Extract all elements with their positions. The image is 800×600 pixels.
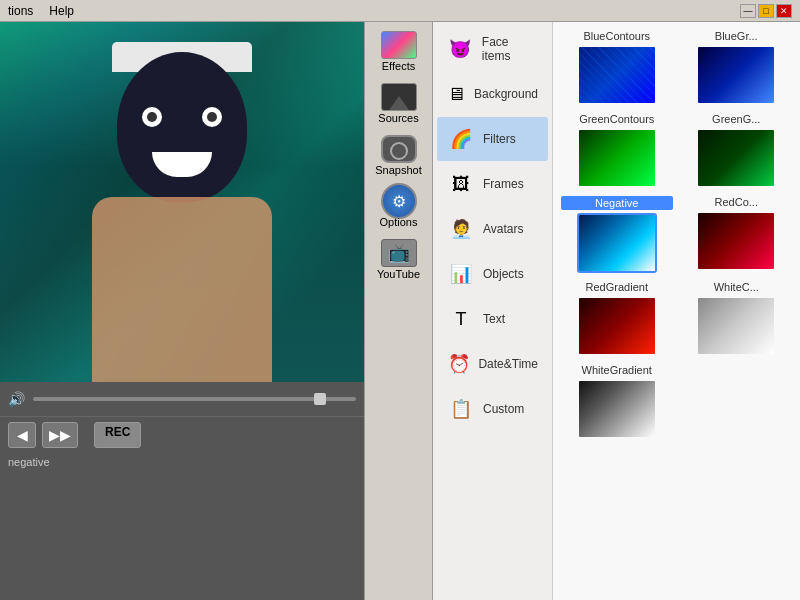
- menu-help[interactable]: Help: [49, 4, 74, 18]
- effect-thumb-red-gradient: [577, 296, 657, 356]
- effect-thumb-img-blue-contours: [579, 47, 655, 103]
- effect-label-white-gradient: WhiteGradient: [582, 364, 652, 376]
- rewind-button[interactable]: ◀: [8, 422, 36, 448]
- category-icon-filters: 🌈: [447, 125, 475, 153]
- youtube-label: YouTube: [377, 268, 420, 280]
- toolbar-effects-button[interactable]: Effects: [369, 26, 429, 76]
- main-content: 🔊 ◀ ▶▶ REC negative Eff: [0, 22, 800, 600]
- video-person-shape: [72, 42, 292, 382]
- effects-icon: [381, 30, 417, 60]
- record-button[interactable]: REC: [94, 422, 141, 448]
- categories-panel: 😈 Face items 🖥 Background 🌈 Filters 🖼 Fr…: [433, 22, 553, 600]
- category-icon-avatars: 🧑‍💼: [447, 215, 475, 243]
- menu-options[interactable]: tions: [8, 4, 33, 18]
- person-mouth: [152, 152, 212, 177]
- effect-thumb-white-gradient: [577, 379, 657, 439]
- category-label-filters: Filters: [483, 132, 516, 146]
- status-bar: negative: [0, 452, 364, 600]
- effects-icon-img: [381, 31, 417, 59]
- category-icon-background: 🖥: [447, 80, 466, 108]
- video-panel: 🔊 ◀ ▶▶ REC negative: [0, 22, 365, 600]
- effects-label: Effects: [382, 60, 415, 72]
- effects-panel: BlueContours BlueGr... GreenContours Gre…: [553, 22, 800, 600]
- effect-label-negative: Negative: [561, 196, 673, 210]
- effect-thumb-img-red-gradient: [579, 298, 655, 354]
- category-item-face-items[interactable]: 😈 Face items: [437, 27, 548, 71]
- effect-label-red-gradient: RedGradient: [586, 281, 648, 293]
- category-label-datetime: Date&Time: [478, 357, 538, 371]
- volume-icon: 🔊: [8, 391, 25, 407]
- effect-thumb-red-co: [696, 211, 776, 271]
- effect-item-red-co[interactable]: RedCo...: [681, 196, 793, 273]
- effect-item-green-contours[interactable]: GreenContours: [561, 113, 673, 188]
- effect-thumb-white-c: [696, 296, 776, 356]
- right-toolbar: Effects Sources Snapshot ⚙ Options 📺 You…: [365, 22, 433, 600]
- effect-item-blue-gr[interactable]: BlueGr...: [681, 30, 793, 105]
- close-button[interactable]: ✕: [776, 4, 792, 18]
- left-eye: [142, 107, 162, 127]
- snapshot-icon-img: [381, 135, 417, 163]
- category-label-background: Background: [474, 87, 538, 101]
- category-item-filters[interactable]: 🌈 Filters: [437, 117, 548, 161]
- maximize-button[interactable]: □: [758, 4, 774, 18]
- effect-thumb-img-green-contours: [579, 130, 655, 186]
- category-item-objects[interactable]: 📊 Objects: [437, 252, 548, 296]
- window-controls: — □ ✕: [740, 4, 792, 18]
- snapshot-icon: [381, 134, 417, 164]
- snapshot-label: Snapshot: [375, 164, 421, 176]
- effect-item-green-gr[interactable]: GreenG...: [681, 113, 793, 188]
- effect-thumb-img-green-gr: [698, 130, 774, 186]
- effect-label-red-co: RedCo...: [715, 196, 758, 208]
- category-item-avatars[interactable]: 🧑‍💼 Avatars: [437, 207, 548, 251]
- person-body: [92, 197, 272, 382]
- category-item-datetime[interactable]: ⏰ Date&Time: [437, 342, 548, 386]
- effect-thumb-blue-gr: [696, 45, 776, 105]
- category-label-frames: Frames: [483, 177, 524, 191]
- category-item-background[interactable]: 🖥 Background: [437, 72, 548, 116]
- toolbar-options-button[interactable]: ⚙ Options: [369, 182, 429, 232]
- category-item-text[interactable]: T Text: [437, 297, 548, 341]
- sources-icon: [381, 82, 417, 112]
- category-label-avatars: Avatars: [483, 222, 523, 236]
- category-item-frames[interactable]: 🖼 Frames: [437, 162, 548, 206]
- minimize-button[interactable]: —: [740, 4, 756, 18]
- effect-item-blue-contours[interactable]: BlueContours: [561, 30, 673, 105]
- right-pupil: [207, 112, 217, 122]
- person-head: [117, 52, 247, 202]
- category-icon-text: T: [447, 305, 475, 333]
- category-icon-face-items: 😈: [447, 35, 474, 63]
- person-eyes: [142, 107, 222, 127]
- effect-thumb-img-white-gradient: [579, 381, 655, 437]
- category-item-custom[interactable]: 📋 Custom: [437, 387, 548, 431]
- category-icon-frames: 🖼: [447, 170, 475, 198]
- options-icon: ⚙: [381, 186, 417, 216]
- sources-label: Sources: [378, 112, 418, 124]
- effect-thumb-blue-contours: [577, 45, 657, 105]
- effect-label-green-contours: GreenContours: [579, 113, 654, 125]
- seek-bar[interactable]: [33, 397, 356, 401]
- category-label-custom: Custom: [483, 402, 524, 416]
- category-label-face-items: Face items: [482, 35, 538, 63]
- effect-thumb-negative: [577, 213, 657, 273]
- forward-button[interactable]: ▶▶: [42, 422, 78, 448]
- effect-thumb-img-red-co: [698, 213, 774, 269]
- category-icon-datetime: ⏰: [447, 350, 470, 378]
- category-label-text: Text: [483, 312, 505, 326]
- effect-label-blue-contours: BlueContours: [583, 30, 650, 42]
- toolbar-youtube-button[interactable]: 📺 YouTube: [369, 234, 429, 284]
- options-icon-img: ⚙: [381, 183, 417, 219]
- effect-item-negative[interactable]: Negative: [561, 196, 673, 273]
- toolbar-snapshot-button[interactable]: Snapshot: [369, 130, 429, 180]
- effect-label-white-c: WhiteC...: [714, 281, 759, 293]
- effect-item-red-gradient[interactable]: RedGradient: [561, 281, 673, 356]
- effect-item-white-c[interactable]: WhiteC...: [681, 281, 793, 356]
- effect-thumb-img-negative: [579, 215, 655, 271]
- video-controls: 🔊: [0, 382, 364, 416]
- effect-item-white-gradient[interactable]: WhiteGradient: [561, 364, 673, 439]
- toolbar-sources-button[interactable]: Sources: [369, 78, 429, 128]
- transport-controls: ◀ ▶▶ REC: [0, 416, 364, 452]
- effect-thumb-green-contours: [577, 128, 657, 188]
- effect-thumb-img-white-c: [698, 298, 774, 354]
- category-icon-objects: 📊: [447, 260, 475, 288]
- seek-thumb[interactable]: [314, 393, 326, 405]
